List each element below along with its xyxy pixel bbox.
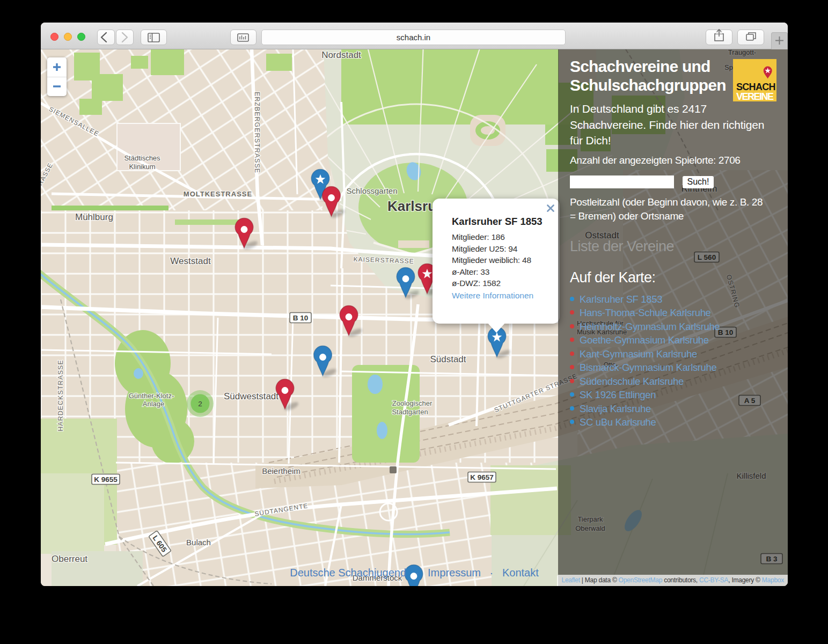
svg-text:Bulach: Bulach: [186, 538, 211, 547]
svg-text:Südweststadt: Südweststadt: [224, 391, 279, 401]
svg-text:HARDECKSTRASSE: HARDECKSTRASSE: [57, 360, 64, 431]
svg-text:Weststadt: Weststadt: [170, 256, 211, 266]
svg-text:K 9655: K 9655: [94, 475, 118, 484]
svg-text:Mühlburg: Mühlburg: [75, 212, 113, 222]
svg-text:Zoologischer: Zoologischer: [392, 399, 433, 407]
svg-text:Südstadt: Südstadt: [430, 354, 466, 364]
svg-text:Günther-Klotz-: Günther-Klotz-: [129, 392, 174, 400]
svg-text:Anlage: Anlage: [143, 400, 164, 408]
svg-text:Beiertheim: Beiertheim: [262, 466, 301, 475]
svg-text:Klinikum: Klinikum: [129, 163, 155, 171]
svg-text:Schlossgarten: Schlossgarten: [346, 186, 397, 195]
svg-text:K 9657: K 9657: [470, 473, 494, 481]
svg-text:B 10: B 10: [293, 314, 309, 322]
svg-text:Stadtgarten: Stadtgarten: [392, 408, 428, 416]
svg-text:Nordstadt: Nordstadt: [321, 50, 361, 60]
svg-text:Städtisches: Städtisches: [124, 154, 160, 162]
svg-text:ERZBERGERSTRASSE: ERZBERGERSTRASSE: [253, 92, 261, 173]
svg-text:MOLTKESTRASSE: MOLTKESTRASSE: [184, 190, 252, 198]
svg-text:Oberreut: Oberreut: [52, 554, 87, 564]
svg-text:2: 2: [198, 400, 202, 408]
